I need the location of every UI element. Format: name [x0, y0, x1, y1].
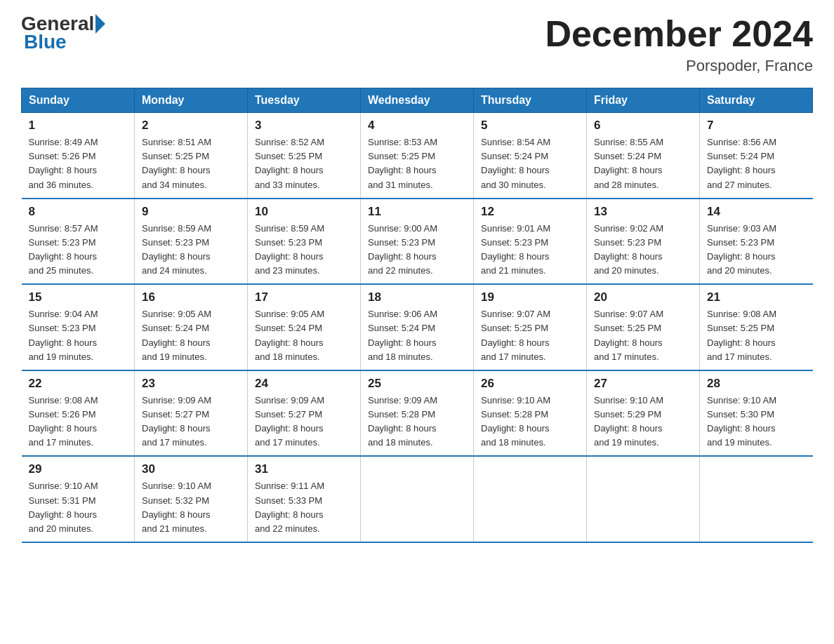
calendar-week-row: 8Sunrise: 8:57 AM Sunset: 5:23 PM Daylig…	[22, 199, 813, 285]
day-info: Sunrise: 9:07 AM Sunset: 5:25 PM Dayligh…	[481, 307, 579, 364]
calendar-cell: 6Sunrise: 8:55 AM Sunset: 5:24 PM Daylig…	[587, 113, 700, 199]
day-info: Sunrise: 8:59 AM Sunset: 5:23 PM Dayligh…	[255, 222, 353, 279]
day-number: 2	[142, 119, 240, 133]
calendar-cell: 27Sunrise: 9:10 AM Sunset: 5:29 PM Dayli…	[587, 370, 700, 457]
day-info: Sunrise: 9:10 AM Sunset: 5:32 PM Dayligh…	[142, 479, 240, 536]
day-number: 29	[29, 462, 128, 476]
day-number: 20	[594, 290, 692, 304]
calendar-cell: 17Sunrise: 9:05 AM Sunset: 5:24 PM Dayli…	[248, 284, 361, 370]
day-number: 3	[255, 119, 353, 133]
logo: General Blue	[21, 14, 107, 53]
day-info: Sunrise: 8:52 AM Sunset: 5:25 PM Dayligh…	[255, 135, 353, 192]
calendar-cell: 29Sunrise: 9:10 AM Sunset: 5:31 PM Dayli…	[22, 456, 135, 542]
calendar-week-row: 1Sunrise: 8:49 AM Sunset: 5:26 PM Daylig…	[22, 113, 813, 199]
day-number: 24	[255, 377, 353, 391]
day-info: Sunrise: 9:06 AM Sunset: 5:24 PM Dayligh…	[368, 307, 466, 364]
day-number: 5	[481, 119, 579, 133]
calendar-cell: 24Sunrise: 9:09 AM Sunset: 5:27 PM Dayli…	[248, 370, 361, 457]
day-info: Sunrise: 8:53 AM Sunset: 5:25 PM Dayligh…	[368, 135, 466, 192]
day-info: Sunrise: 9:10 AM Sunset: 5:28 PM Dayligh…	[481, 394, 579, 450]
day-number: 26	[481, 377, 579, 391]
day-number: 1	[29, 119, 128, 133]
calendar-cell: 14Sunrise: 9:03 AM Sunset: 5:23 PM Dayli…	[700, 199, 813, 285]
day-info: Sunrise: 8:55 AM Sunset: 5:24 PM Dayligh…	[594, 135, 692, 192]
calendar-cell: 18Sunrise: 9:06 AM Sunset: 5:24 PM Dayli…	[361, 284, 474, 370]
page-header: General Blue December 2024 Porspoder, Fr…	[21, 14, 813, 75]
logo-blue: Blue	[24, 31, 67, 53]
header-tuesday: Tuesday	[248, 88, 361, 113]
day-number: 7	[707, 119, 806, 133]
calendar-table: SundayMondayTuesdayWednesdayThursdayFrid…	[21, 88, 813, 543]
calendar-week-row: 22Sunrise: 9:08 AM Sunset: 5:26 PM Dayli…	[22, 370, 813, 457]
day-number: 14	[707, 205, 806, 219]
day-info: Sunrise: 9:02 AM Sunset: 5:23 PM Dayligh…	[594, 222, 692, 279]
day-number: 12	[481, 205, 579, 219]
day-number: 21	[707, 290, 806, 304]
calendar-cell: 20Sunrise: 9:07 AM Sunset: 5:25 PM Dayli…	[587, 284, 700, 370]
calendar-cell: 28Sunrise: 9:10 AM Sunset: 5:30 PM Dayli…	[700, 370, 813, 457]
header-monday: Monday	[135, 88, 248, 113]
day-info: Sunrise: 9:01 AM Sunset: 5:23 PM Dayligh…	[481, 222, 579, 279]
day-info: Sunrise: 9:05 AM Sunset: 5:24 PM Dayligh…	[255, 307, 353, 364]
calendar-cell: 3Sunrise: 8:52 AM Sunset: 5:25 PM Daylig…	[248, 113, 361, 199]
day-info: Sunrise: 9:00 AM Sunset: 5:23 PM Dayligh…	[368, 222, 466, 279]
calendar-cell	[474, 456, 587, 542]
month-title: December 2024	[545, 14, 813, 54]
day-info: Sunrise: 9:11 AM Sunset: 5:33 PM Dayligh…	[255, 479, 353, 536]
day-info: Sunrise: 8:57 AM Sunset: 5:23 PM Dayligh…	[29, 222, 128, 279]
header-sunday: Sunday	[22, 88, 135, 113]
calendar-cell: 25Sunrise: 9:09 AM Sunset: 5:28 PM Dayli…	[361, 370, 474, 457]
calendar-cell: 7Sunrise: 8:56 AM Sunset: 5:24 PM Daylig…	[700, 113, 813, 199]
day-info: Sunrise: 9:10 AM Sunset: 5:31 PM Dayligh…	[29, 479, 128, 536]
calendar-cell: 2Sunrise: 8:51 AM Sunset: 5:25 PM Daylig…	[135, 113, 248, 199]
day-info: Sunrise: 9:09 AM Sunset: 5:28 PM Dayligh…	[368, 394, 466, 450]
day-info: Sunrise: 9:10 AM Sunset: 5:29 PM Dayligh…	[594, 394, 692, 450]
day-info: Sunrise: 9:09 AM Sunset: 5:27 PM Dayligh…	[255, 394, 353, 450]
calendar-header-row: SundayMondayTuesdayWednesdayThursdayFrid…	[22, 88, 813, 113]
calendar-cell: 10Sunrise: 8:59 AM Sunset: 5:23 PM Dayli…	[248, 199, 361, 285]
day-number: 30	[142, 462, 240, 476]
day-info: Sunrise: 8:51 AM Sunset: 5:25 PM Dayligh…	[142, 135, 240, 192]
day-number: 16	[142, 290, 240, 304]
calendar-cell: 23Sunrise: 9:09 AM Sunset: 5:27 PM Dayli…	[135, 370, 248, 457]
day-info: Sunrise: 9:04 AM Sunset: 5:23 PM Dayligh…	[29, 307, 128, 364]
calendar-cell: 5Sunrise: 8:54 AM Sunset: 5:24 PM Daylig…	[474, 113, 587, 199]
day-number: 31	[255, 462, 353, 476]
day-number: 15	[29, 290, 128, 304]
day-info: Sunrise: 9:03 AM Sunset: 5:23 PM Dayligh…	[707, 222, 806, 279]
day-number: 25	[368, 377, 466, 391]
day-number: 11	[368, 205, 466, 219]
calendar-cell: 12Sunrise: 9:01 AM Sunset: 5:23 PM Dayli…	[474, 199, 587, 285]
day-number: 9	[142, 205, 240, 219]
calendar-cell: 1Sunrise: 8:49 AM Sunset: 5:26 PM Daylig…	[22, 113, 135, 199]
day-info: Sunrise: 9:07 AM Sunset: 5:25 PM Dayligh…	[594, 307, 692, 364]
day-number: 17	[255, 290, 353, 304]
header-wednesday: Wednesday	[361, 88, 474, 113]
calendar-week-row: 15Sunrise: 9:04 AM Sunset: 5:23 PM Dayli…	[22, 284, 813, 370]
day-number: 13	[594, 205, 692, 219]
calendar-cell: 9Sunrise: 8:59 AM Sunset: 5:23 PM Daylig…	[135, 199, 248, 285]
calendar-cell: 16Sunrise: 9:05 AM Sunset: 5:24 PM Dayli…	[135, 284, 248, 370]
day-number: 22	[29, 377, 128, 391]
logo-arrow-icon	[95, 14, 105, 34]
day-info: Sunrise: 9:08 AM Sunset: 5:25 PM Dayligh…	[707, 307, 806, 364]
calendar-cell: 8Sunrise: 8:57 AM Sunset: 5:23 PM Daylig…	[22, 199, 135, 285]
day-number: 27	[594, 377, 692, 391]
calendar-cell: 21Sunrise: 9:08 AM Sunset: 5:25 PM Dayli…	[700, 284, 813, 370]
day-info: Sunrise: 9:08 AM Sunset: 5:26 PM Dayligh…	[29, 394, 128, 450]
day-info: Sunrise: 8:59 AM Sunset: 5:23 PM Dayligh…	[142, 222, 240, 279]
header-friday: Friday	[587, 88, 700, 113]
day-info: Sunrise: 9:10 AM Sunset: 5:30 PM Dayligh…	[707, 394, 806, 450]
location: Porspoder, France	[545, 57, 813, 75]
day-number: 4	[368, 119, 466, 133]
calendar-cell: 22Sunrise: 9:08 AM Sunset: 5:26 PM Dayli…	[22, 370, 135, 457]
calendar-cell	[361, 456, 474, 542]
day-number: 19	[481, 290, 579, 304]
header-saturday: Saturday	[700, 88, 813, 113]
calendar-cell: 11Sunrise: 9:00 AM Sunset: 5:23 PM Dayli…	[361, 199, 474, 285]
day-info: Sunrise: 8:54 AM Sunset: 5:24 PM Dayligh…	[481, 135, 579, 192]
day-number: 18	[368, 290, 466, 304]
day-info: Sunrise: 8:56 AM Sunset: 5:24 PM Dayligh…	[707, 135, 806, 192]
calendar-week-row: 29Sunrise: 9:10 AM Sunset: 5:31 PM Dayli…	[22, 456, 813, 542]
day-info: Sunrise: 8:49 AM Sunset: 5:26 PM Dayligh…	[29, 135, 128, 192]
